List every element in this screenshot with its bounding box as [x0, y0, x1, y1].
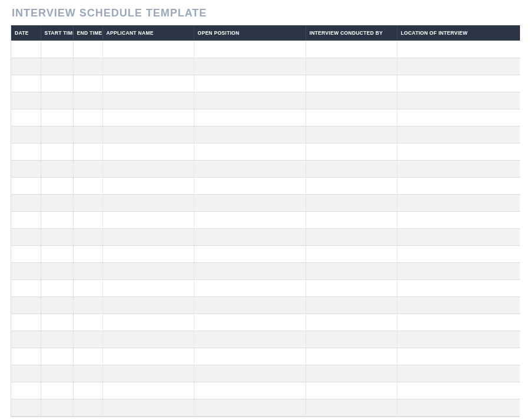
cell-start[interactable]	[41, 58, 73, 75]
cell-by[interactable]	[306, 58, 397, 75]
cell-end[interactable]	[73, 109, 102, 126]
cell-end[interactable]	[73, 262, 102, 279]
cell-pos[interactable]	[194, 41, 306, 58]
cell-end[interactable]	[73, 126, 102, 143]
cell-end[interactable]	[73, 296, 102, 314]
cell-start[interactable]	[41, 245, 73, 262]
cell-date[interactable]	[11, 75, 41, 92]
cell-by[interactable]	[306, 194, 397, 211]
cell-name[interactable]	[102, 75, 194, 92]
cell-start[interactable]	[41, 143, 73, 160]
cell-pos[interactable]	[194, 143, 306, 160]
cell-pos[interactable]	[194, 211, 306, 228]
cell-pos[interactable]	[194, 109, 306, 126]
cell-end[interactable]	[73, 41, 102, 58]
cell-start[interactable]	[41, 109, 73, 126]
cell-date[interactable]	[11, 296, 41, 314]
cell-loc[interactable]	[397, 75, 520, 92]
cell-start[interactable]	[41, 296, 73, 314]
cell-by[interactable]	[306, 126, 397, 143]
cell-date[interactable]	[11, 126, 41, 143]
cell-date[interactable]	[11, 228, 41, 245]
cell-name[interactable]	[102, 143, 194, 160]
cell-loc[interactable]	[397, 279, 520, 296]
cell-pos[interactable]	[194, 245, 306, 262]
cell-end[interactable]	[73, 331, 102, 348]
cell-date[interactable]	[11, 314, 41, 331]
cell-date[interactable]	[11, 399, 41, 416]
cell-start[interactable]	[41, 279, 73, 296]
cell-end[interactable]	[73, 382, 102, 399]
cell-pos[interactable]	[194, 279, 306, 296]
cell-date[interactable]	[11, 262, 41, 279]
cell-pos[interactable]	[194, 296, 306, 314]
cell-start[interactable]	[41, 228, 73, 245]
cell-loc[interactable]	[397, 194, 520, 211]
cell-start[interactable]	[41, 75, 73, 92]
cell-loc[interactable]	[397, 160, 520, 177]
cell-end[interactable]	[73, 75, 102, 92]
cell-end[interactable]	[73, 160, 102, 177]
cell-end[interactable]	[73, 365, 102, 382]
cell-by[interactable]	[306, 143, 397, 160]
cell-loc[interactable]	[397, 296, 520, 314]
cell-loc[interactable]	[397, 143, 520, 160]
cell-by[interactable]	[306, 382, 397, 399]
cell-pos[interactable]	[194, 399, 306, 416]
cell-by[interactable]	[306, 177, 397, 194]
cell-loc[interactable]	[397, 382, 520, 399]
cell-date[interactable]	[11, 245, 41, 262]
cell-loc[interactable]	[397, 58, 520, 75]
cell-name[interactable]	[102, 382, 194, 399]
cell-pos[interactable]	[194, 58, 306, 75]
cell-end[interactable]	[73, 348, 102, 365]
cell-pos[interactable]	[194, 194, 306, 211]
cell-by[interactable]	[306, 314, 397, 331]
cell-start[interactable]	[41, 126, 73, 143]
cell-by[interactable]	[306, 365, 397, 382]
cell-start[interactable]	[41, 365, 73, 382]
cell-loc[interactable]	[397, 331, 520, 348]
cell-pos[interactable]	[194, 75, 306, 92]
cell-name[interactable]	[102, 279, 194, 296]
cell-date[interactable]	[11, 177, 41, 194]
cell-name[interactable]	[102, 331, 194, 348]
cell-by[interactable]	[306, 399, 397, 416]
cell-loc[interactable]	[397, 126, 520, 143]
cell-loc[interactable]	[397, 109, 520, 126]
cell-by[interactable]	[306, 211, 397, 228]
cell-loc[interactable]	[397, 211, 520, 228]
cell-date[interactable]	[11, 92, 41, 109]
cell-start[interactable]	[41, 348, 73, 365]
cell-end[interactable]	[73, 245, 102, 262]
cell-by[interactable]	[306, 348, 397, 365]
cell-end[interactable]	[73, 177, 102, 194]
cell-name[interactable]	[102, 296, 194, 314]
cell-by[interactable]	[306, 75, 397, 92]
cell-name[interactable]	[102, 365, 194, 382]
cell-date[interactable]	[11, 365, 41, 382]
cell-loc[interactable]	[397, 262, 520, 279]
cell-loc[interactable]	[397, 228, 520, 245]
cell-pos[interactable]	[194, 126, 306, 143]
cell-date[interactable]	[11, 143, 41, 160]
cell-pos[interactable]	[194, 348, 306, 365]
cell-start[interactable]	[41, 399, 73, 416]
cell-by[interactable]	[306, 296, 397, 314]
cell-start[interactable]	[41, 92, 73, 109]
cell-loc[interactable]	[397, 177, 520, 194]
cell-start[interactable]	[41, 382, 73, 399]
cell-start[interactable]	[41, 177, 73, 194]
cell-start[interactable]	[41, 331, 73, 348]
cell-pos[interactable]	[194, 314, 306, 331]
cell-start[interactable]	[41, 160, 73, 177]
cell-pos[interactable]	[194, 92, 306, 109]
cell-name[interactable]	[102, 348, 194, 365]
cell-pos[interactable]	[194, 160, 306, 177]
cell-name[interactable]	[102, 228, 194, 245]
cell-start[interactable]	[41, 41, 73, 58]
cell-by[interactable]	[306, 245, 397, 262]
cell-end[interactable]	[73, 279, 102, 296]
cell-by[interactable]	[306, 160, 397, 177]
cell-loc[interactable]	[397, 314, 520, 331]
